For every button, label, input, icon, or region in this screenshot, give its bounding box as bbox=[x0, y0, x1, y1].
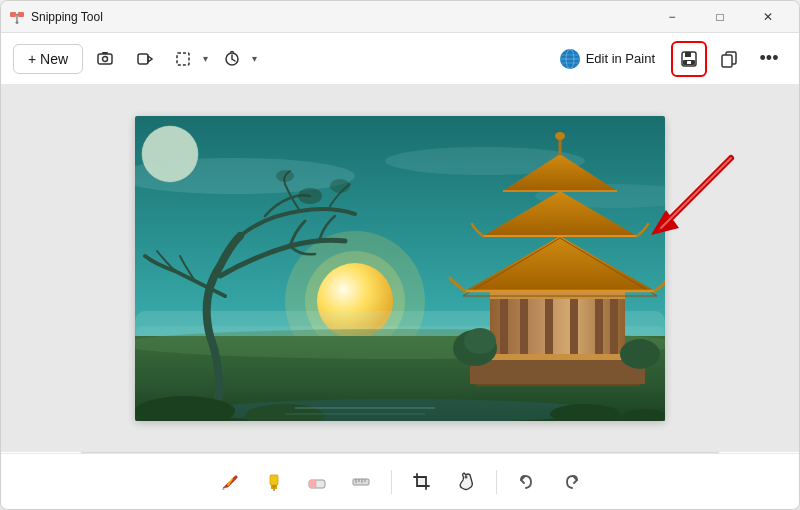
main-toolbar: + New ▾ bbox=[1, 33, 799, 85]
svg-rect-42 bbox=[470, 356, 645, 384]
svg-point-6 bbox=[103, 56, 108, 61]
svg-rect-8 bbox=[138, 54, 148, 64]
new-button[interactable]: + New bbox=[13, 44, 83, 74]
svg-point-63 bbox=[620, 339, 660, 369]
screenshot-mode-button[interactable] bbox=[87, 41, 123, 77]
edit-paint-label: Edit in Paint bbox=[586, 51, 655, 66]
undo-button[interactable] bbox=[509, 464, 545, 500]
svg-point-4 bbox=[16, 21, 19, 24]
delay-button[interactable]: ▾ bbox=[216, 45, 261, 73]
main-content bbox=[1, 85, 799, 452]
touch-tool-button[interactable] bbox=[448, 464, 484, 500]
save-button[interactable] bbox=[671, 41, 707, 77]
paint-globe-icon bbox=[560, 49, 580, 69]
toolbar-divider-1 bbox=[391, 470, 392, 494]
svg-point-40 bbox=[276, 170, 294, 182]
svg-rect-47 bbox=[570, 294, 578, 354]
svg-rect-23 bbox=[722, 55, 732, 67]
svg-rect-44 bbox=[500, 294, 508, 354]
crop-tool-button[interactable] bbox=[404, 464, 440, 500]
svg-rect-48 bbox=[595, 294, 603, 354]
title-bar: Snipping Tool − □ ✕ bbox=[1, 1, 799, 33]
svg-rect-77 bbox=[309, 480, 316, 488]
save-button-container bbox=[671, 41, 707, 77]
bottom-toolbar bbox=[1, 453, 799, 509]
svg-point-60 bbox=[555, 132, 565, 140]
svg-rect-73 bbox=[270, 475, 278, 485]
app-icon bbox=[9, 9, 25, 25]
snipping-tool-window: Snipping Tool − □ ✕ + New bbox=[0, 0, 800, 510]
screenshot-preview bbox=[135, 116, 665, 421]
copy-button[interactable] bbox=[711, 41, 747, 77]
window-controls: − □ ✕ bbox=[649, 1, 791, 33]
svg-point-39 bbox=[330, 179, 350, 193]
svg-rect-84 bbox=[417, 477, 426, 486]
video-mode-button[interactable] bbox=[127, 41, 163, 77]
svg-rect-19 bbox=[685, 52, 691, 57]
svg-rect-79 bbox=[353, 479, 369, 485]
pen-tool-button[interactable] bbox=[211, 464, 247, 500]
svg-rect-5 bbox=[98, 54, 112, 64]
svg-rect-49 bbox=[610, 294, 618, 354]
svg-point-85 bbox=[465, 475, 468, 478]
highlighter-tool-button[interactable] bbox=[255, 464, 291, 500]
maximize-button[interactable]: □ bbox=[697, 1, 743, 33]
edit-in-paint-button[interactable]: Edit in Paint bbox=[548, 43, 667, 75]
svg-point-62 bbox=[464, 328, 496, 354]
eraser-tool-button[interactable] bbox=[299, 464, 335, 500]
svg-rect-21 bbox=[687, 61, 691, 64]
svg-point-38 bbox=[298, 188, 322, 204]
svg-rect-46 bbox=[545, 294, 553, 354]
more-options-button[interactable]: ••• bbox=[751, 41, 787, 77]
svg-rect-43 bbox=[490, 291, 625, 359]
shape-mode-button[interactable]: ▾ bbox=[167, 45, 212, 73]
close-button[interactable]: ✕ bbox=[745, 1, 791, 33]
svg-rect-51 bbox=[490, 354, 625, 360]
svg-rect-0 bbox=[10, 12, 16, 17]
toolbar-divider-2 bbox=[496, 470, 497, 494]
svg-line-70 bbox=[661, 158, 731, 228]
svg-rect-10 bbox=[177, 53, 189, 65]
svg-rect-7 bbox=[102, 52, 108, 54]
svg-rect-1 bbox=[18, 12, 24, 17]
svg-rect-45 bbox=[520, 294, 528, 354]
redo-button[interactable] bbox=[553, 464, 589, 500]
new-button-label: + New bbox=[28, 51, 68, 67]
minimize-button[interactable]: − bbox=[649, 1, 695, 33]
svg-marker-9 bbox=[148, 56, 152, 62]
ruler-tool-button[interactable] bbox=[343, 464, 379, 500]
svg-point-32 bbox=[142, 126, 198, 182]
svg-line-72 bbox=[661, 158, 731, 228]
window-title: Snipping Tool bbox=[31, 10, 649, 24]
